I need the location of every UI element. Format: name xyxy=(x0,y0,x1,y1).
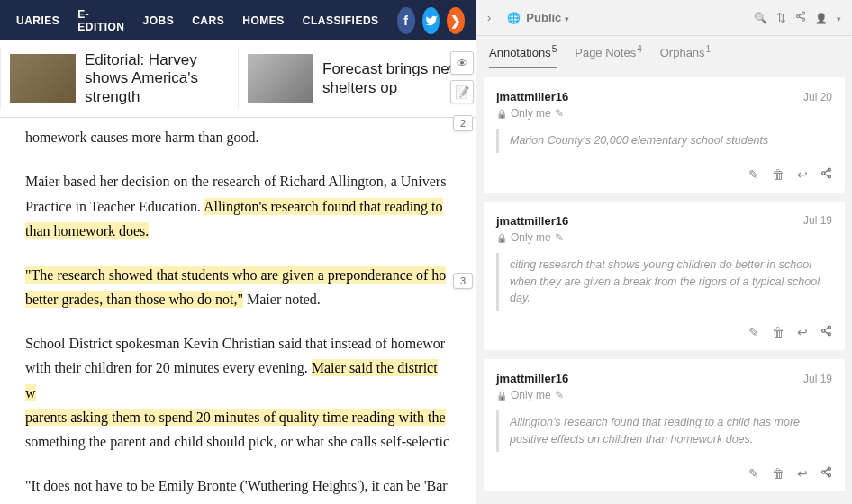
annotation-card: jmattmiller16 Jul 19 Only me citing rese… xyxy=(484,202,845,350)
svg-line-9 xyxy=(825,170,829,172)
edit-privacy-icon xyxy=(555,389,564,401)
story-thumbnail xyxy=(248,54,313,104)
svg-point-1 xyxy=(797,15,800,18)
edit-privacy-icon xyxy=(555,231,564,244)
article-text: "It does not have to be Emily Bronte ('W… xyxy=(25,478,448,493)
annotation-count-badge[interactable]: 3 xyxy=(453,273,473,289)
lock-icon xyxy=(496,231,507,244)
highlight[interactable]: "The research showed that students who a… xyxy=(25,266,446,284)
nav-item[interactable]: JOBS xyxy=(134,14,184,27)
svg-line-18 xyxy=(825,472,829,474)
annotation-actions xyxy=(496,321,832,343)
caret-down-icon xyxy=(565,11,569,24)
story-card[interactable]: Editorial: Harvey shows America's streng… xyxy=(0,48,238,110)
edit-icon[interactable] xyxy=(748,325,759,339)
annotations-panel: Public Annotations5 Page Notes4 Orphans1 xyxy=(476,0,852,504)
eye-icon xyxy=(457,57,468,70)
annotation-actions xyxy=(496,463,832,484)
story-title: Editorial: Harvey shows America's streng… xyxy=(85,51,229,106)
annotation-privacy[interactable]: Only me xyxy=(496,107,832,120)
article-text: Practice in Teacher Education. xyxy=(25,199,204,214)
article-body: homework causes more harm than good. Mai… xyxy=(0,118,476,504)
share-icon[interactable] xyxy=(820,325,832,339)
annotation-quote: Allington's research found that reading … xyxy=(496,410,832,452)
annotation-count-badge[interactable]: 2 xyxy=(453,115,473,131)
facebook-icon[interactable]: f xyxy=(397,7,415,34)
annotation-quote: citing research that shows young childre… xyxy=(496,253,832,310)
panel-tabs: Annotations5 Page Notes4 Orphans1 xyxy=(476,36,852,68)
scope-selector[interactable]: Public xyxy=(526,11,569,24)
note-icon xyxy=(455,86,469,99)
twitter-icon[interactable] xyxy=(422,7,440,34)
edit-privacy-icon xyxy=(555,107,564,120)
collapse-icon[interactable] xyxy=(487,11,491,24)
top-nav: UARIES E-EDITION JOBS CARS HOMES CLASSIF… xyxy=(0,0,476,40)
annotation-author[interactable]: jmattmiller16 xyxy=(496,372,568,385)
annotation-actions xyxy=(496,164,832,185)
menu-caret-icon[interactable] xyxy=(837,11,841,24)
svg-line-4 xyxy=(799,14,802,15)
lock-icon xyxy=(496,107,507,120)
annotation-privacy[interactable]: Only me xyxy=(496,389,832,401)
highlight[interactable]: Allington's research found that reading … xyxy=(204,198,442,215)
story-carousel: Editorial: Harvey shows America's streng… xyxy=(0,40,476,118)
tab-annotations[interactable]: Annotations5 xyxy=(489,37,557,67)
annotation-author[interactable]: jmattmiller16 xyxy=(496,214,568,228)
svg-point-5 xyxy=(828,168,830,171)
svg-line-13 xyxy=(825,331,829,333)
search-icon[interactable] xyxy=(754,11,767,24)
svg-point-6 xyxy=(822,172,825,175)
annotation-card: jmattmiller16 Jul 20 Only me Marion Coun… xyxy=(484,77,845,193)
nav-item[interactable]: CLASSIFIEDS xyxy=(294,14,388,27)
visibility-toggle[interactable] xyxy=(450,51,474,75)
share-icon[interactable] xyxy=(820,466,832,481)
lock-icon xyxy=(496,389,507,401)
svg-point-2 xyxy=(802,18,805,21)
nav-item[interactable]: UARIES xyxy=(7,14,68,27)
annotations-list: jmattmiller16 Jul 20 Only me Marion Coun… xyxy=(476,68,852,504)
edit-icon[interactable] xyxy=(748,167,759,182)
share-icon[interactable] xyxy=(820,167,832,182)
story-card[interactable]: Forecast brings new shelters op xyxy=(238,48,476,110)
panel-header: Public xyxy=(476,0,852,36)
highlight[interactable]: than homework does. xyxy=(25,222,149,239)
story-title: Forecast brings new shelters op xyxy=(322,60,467,97)
annotation-author[interactable]: jmattmiller16 xyxy=(496,90,568,104)
trash-icon[interactable] xyxy=(772,167,784,182)
nav-item[interactable]: HOMES xyxy=(233,14,294,27)
globe-icon xyxy=(507,11,521,24)
reply-icon[interactable] xyxy=(797,466,808,481)
sort-icon[interactable] xyxy=(776,11,786,24)
article-text: School District spokesman Kevin Christia… xyxy=(25,336,445,351)
reply-icon[interactable] xyxy=(797,167,808,182)
trash-icon[interactable] xyxy=(772,466,784,481)
article-text: Maier based her decision on the research… xyxy=(25,174,446,189)
nav-item[interactable]: CARS xyxy=(183,14,233,27)
story-thumbnail xyxy=(10,54,76,104)
svg-point-10 xyxy=(828,326,830,328)
highlight[interactable]: parents asking them to spend 20 minutes … xyxy=(25,409,446,426)
reply-icon[interactable] xyxy=(797,325,808,339)
annotation-date: Jul 19 xyxy=(803,214,832,227)
svg-line-3 xyxy=(799,17,802,19)
article-text: homework causes more harm than good. xyxy=(25,130,258,145)
user-icon[interactable] xyxy=(815,11,828,24)
article-text: with their children for 20 minutes every… xyxy=(25,360,312,375)
tab-orphans[interactable]: Orphans1 xyxy=(660,37,711,67)
article-text: Maier noted. xyxy=(243,292,321,307)
notes-toggle[interactable] xyxy=(450,80,474,104)
svg-point-7 xyxy=(828,175,830,177)
annotation-quote: Marion County's 20,000 elementary school… xyxy=(496,129,832,153)
trash-icon[interactable] xyxy=(772,325,784,339)
tab-page-notes[interactable]: Page Notes4 xyxy=(575,37,642,67)
svg-point-16 xyxy=(822,470,825,472)
nav-item[interactable]: E-EDITION xyxy=(68,8,133,33)
tab-count: 5 xyxy=(552,44,557,54)
highlight[interactable]: better grades, than those who do not," xyxy=(25,291,243,308)
edit-icon[interactable] xyxy=(748,466,759,481)
share-icon[interactable] xyxy=(795,11,806,24)
article-text: something the parent and child should pi… xyxy=(25,434,449,449)
annotation-card: jmattmiller16 Jul 19 Only me Allington's… xyxy=(484,359,845,491)
rss-icon[interactable]: ❯ xyxy=(447,7,465,34)
annotation-privacy[interactable]: Only me xyxy=(496,231,832,244)
